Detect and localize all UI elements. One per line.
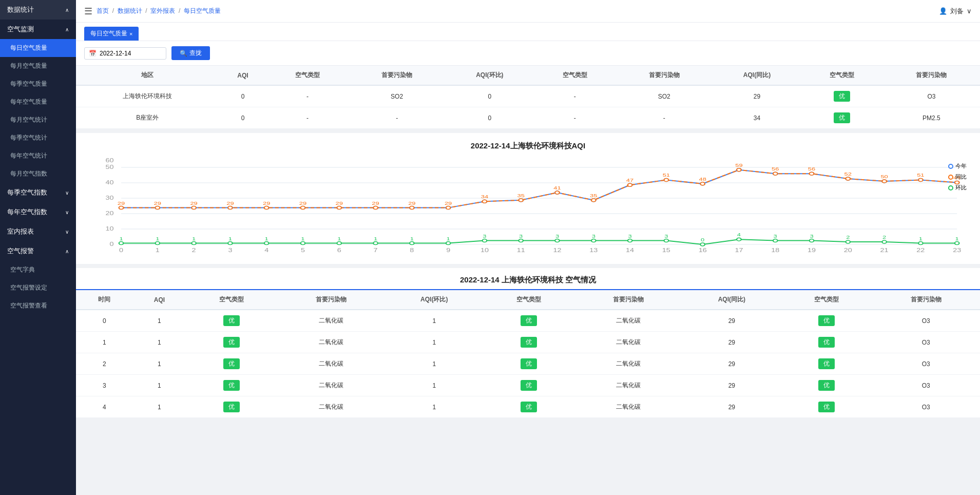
- sidebar-item-yearly-air[interactable]: 每年空气质量: [0, 93, 76, 111]
- svg-point-104: [810, 239, 814, 242]
- legend-tongbi: 同比: [948, 173, 967, 181]
- sidebar-item-seasonal-stats[interactable]: 每季空气统计: [0, 129, 76, 147]
- legend-jinnian: 今年: [948, 162, 967, 170]
- svg-text:1: 1: [919, 236, 923, 241]
- sidebar-item-daily-air[interactable]: 每日空气质量: [0, 39, 76, 57]
- badge-you: 优: [818, 358, 835, 369]
- svg-point-105: [846, 240, 850, 243]
- sidebar-section-indoor[interactable]: 室内报表 ∨: [0, 222, 76, 241]
- svg-point-88: [228, 242, 233, 245]
- svg-point-103: [773, 239, 778, 242]
- svg-point-79: [773, 172, 778, 175]
- svg-text:15: 15: [662, 247, 670, 253]
- svg-text:1: 1: [156, 236, 159, 241]
- bth-aqi: AQI: [133, 290, 186, 310]
- breadcrumb-home[interactable]: 首页: [97, 7, 109, 14]
- sidebar-item-monthly-index[interactable]: 每月空气指数: [0, 165, 76, 183]
- svg-text:1: 1: [192, 236, 196, 241]
- svg-text:1: 1: [337, 236, 341, 241]
- svg-text:10: 10: [481, 247, 489, 253]
- table-cell: 0: [219, 107, 267, 129]
- table-cell: -: [534, 107, 616, 129]
- svg-text:1: 1: [119, 236, 123, 241]
- menu-icon[interactable]: ☰: [84, 6, 92, 17]
- table-cell: 0: [446, 107, 534, 129]
- close-icon[interactable]: ×: [129, 31, 132, 37]
- svg-text:9: 9: [446, 247, 450, 253]
- svg-text:0: 0: [119, 247, 123, 253]
- sidebar-section-air-alarm[interactable]: 空气报警 ∧: [0, 241, 76, 261]
- table-cell: 1: [385, 332, 484, 353]
- svg-point-82: [882, 180, 887, 183]
- table-cell: B座室外: [76, 107, 219, 129]
- legend-dot-blue: [948, 164, 953, 169]
- svg-text:16: 16: [699, 247, 707, 253]
- sidebar-item-monthly-air[interactable]: 每月空气质量: [0, 57, 76, 75]
- table-cell: -: [534, 85, 616, 107]
- breadcrumb-outdoor[interactable]: 室外报表: [150, 7, 175, 14]
- sidebar-item-yearly-stats[interactable]: 每年空气统计: [0, 147, 76, 165]
- sidebar-section-air-monitor[interactable]: 空气监测 ∧: [0, 20, 76, 39]
- svg-point-99: [628, 239, 632, 242]
- table-row: 01优二氧化碳1优二氧化碳29优O3: [76, 310, 980, 332]
- bth-poll1: 首要污染物: [277, 290, 385, 310]
- table-cell: 29: [713, 85, 801, 107]
- svg-point-95: [483, 239, 487, 242]
- breadcrumb: 首页 / 数据统计 / 室外报表 / 每日空气质量: [97, 7, 221, 15]
- table-cell: 34: [713, 107, 801, 129]
- svg-text:13: 13: [589, 247, 598, 253]
- table-cell: 1: [385, 310, 484, 332]
- table-cell: 优: [781, 332, 872, 353]
- table-cell: 优: [484, 396, 574, 418]
- table-row: 11优二氧化碳1优二氧化碳29优O3: [76, 332, 980, 353]
- breadcrumb-data-stats[interactable]: 数据统计: [118, 7, 142, 14]
- chart-legend: 今年 同比 环比: [948, 162, 967, 192]
- svg-point-64: [228, 206, 233, 210]
- table-cell: -: [266, 85, 348, 107]
- sidebar-section-data-stats[interactable]: 数据统计 ∧: [0, 0, 76, 20]
- svg-text:1: 1: [301, 236, 304, 241]
- date-input-wrapper[interactable]: 📅: [84, 47, 166, 60]
- table-cell: 二氧化碳: [277, 310, 385, 332]
- th-air-type1: 空气类型: [266, 66, 348, 85]
- table-cell: 二氧化碳: [277, 353, 385, 375]
- svg-text:47: 47: [626, 178, 633, 183]
- sidebar-item-air-dict[interactable]: 空气字典: [0, 261, 76, 279]
- th-air-type2: 空气类型: [534, 66, 616, 85]
- badge-you: 优: [834, 91, 850, 102]
- table-cell: 1: [133, 375, 186, 396]
- sidebar-item-alarm-settings[interactable]: 空气报警设定: [0, 279, 76, 297]
- table-cell: 1: [76, 332, 133, 353]
- th-poll2: 首要污染物: [616, 66, 713, 85]
- svg-point-97: [555, 239, 560, 242]
- badge-you: 优: [223, 315, 240, 326]
- sidebar-item-monthly-stats[interactable]: 每月空气统计: [0, 111, 76, 129]
- svg-point-108: [955, 242, 959, 245]
- tab-daily-air[interactable]: 每日空气质量 ×: [84, 27, 139, 41]
- sidebar-item-seasonal-air[interactable]: 每季空气质量: [0, 75, 76, 93]
- header-right: 👤 刘备 ∨: [939, 7, 972, 16]
- table-cell: 优: [801, 107, 883, 129]
- sidebar-section-yearly-index[interactable]: 每年空气指数 ∨: [0, 202, 76, 222]
- svg-text:1: 1: [374, 236, 377, 241]
- badge-you: 优: [818, 380, 835, 391]
- badge-you: 优: [521, 380, 537, 391]
- table-cell: 优: [186, 332, 277, 353]
- th-poll3: 首要污染物: [883, 66, 980, 85]
- svg-point-85: [119, 242, 124, 245]
- svg-point-83: [918, 178, 923, 181]
- table-cell: 3: [76, 375, 133, 396]
- main-panel: ☰ 首页 / 数据统计 / 室外报表 / 每日空气质量 👤 刘备 ∨ 每日空气质…: [76, 0, 980, 495]
- table-cell: O3: [872, 353, 981, 375]
- sidebar-item-alarm-view[interactable]: 空气报警查看: [0, 297, 76, 315]
- date-input[interactable]: [100, 50, 156, 57]
- breadcrumb-daily-air[interactable]: 每日空气质量: [184, 7, 221, 14]
- svg-text:56: 56: [772, 166, 779, 172]
- sidebar-section-seasonal-index[interactable]: 每季空气指数 ∨: [0, 183, 76, 202]
- svg-point-89: [264, 242, 269, 245]
- svg-point-63: [191, 206, 196, 210]
- search-button[interactable]: 🔍 查拢: [171, 46, 210, 60]
- table-cell: 1: [133, 353, 186, 375]
- svg-text:35: 35: [590, 193, 597, 198]
- bth-time: 时间: [76, 290, 133, 310]
